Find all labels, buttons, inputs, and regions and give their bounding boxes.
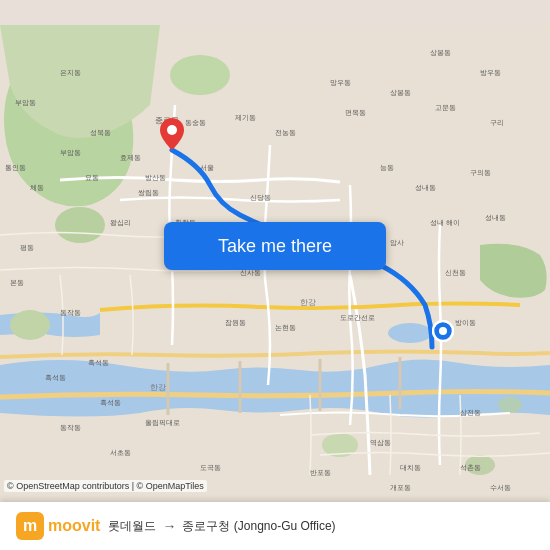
map-container: 종로구 서울 신당동 한강 한강 동작동 역삼동 삼전동 대치동 석촌동 개포동… (0, 0, 550, 550)
svg-text:부암동: 부암동 (15, 99, 36, 107)
svg-text:역삼동: 역삼동 (370, 439, 391, 447)
svg-text:쌍림동: 쌍림동 (138, 189, 159, 197)
svg-text:성내 해이: 성내 해이 (430, 219, 460, 226)
svg-text:방산동: 방산동 (145, 174, 166, 181)
svg-point-4 (10, 310, 50, 340)
svg-text:통인동: 통인동 (5, 164, 26, 172)
svg-text:한강: 한강 (300, 298, 316, 307)
svg-text:성내동: 성내동 (485, 214, 506, 221)
svg-point-2 (170, 55, 230, 95)
svg-text:묘동: 묘동 (85, 174, 99, 181)
svg-text:신당동: 신당동 (250, 194, 271, 201)
route-info: 롯데월드 → 종로구청 (Jongno-Gu Office) (108, 518, 534, 535)
svg-point-67 (439, 327, 447, 335)
svg-point-65 (167, 125, 177, 135)
route-arrow-icon: → (162, 518, 176, 534)
svg-text:신사동: 신사동 (240, 269, 261, 276)
svg-text:구의동: 구의동 (470, 169, 491, 176)
moovit-logo-icon: m (16, 512, 44, 540)
svg-text:흑석동: 흑석동 (88, 359, 109, 367)
svg-text:망우동: 망우동 (330, 79, 351, 86)
moovit-logo: m moovit (16, 512, 100, 540)
route-from-label: 롯데월드 (108, 518, 156, 535)
svg-text:체동: 체동 (30, 184, 44, 191)
svg-text:전농동: 전농동 (275, 129, 296, 136)
svg-text:성내동: 성내동 (415, 184, 436, 191)
moovit-name: moovit (48, 517, 100, 535)
svg-text:서초동: 서초동 (110, 449, 131, 456)
moovit-letter: m (23, 517, 37, 535)
svg-text:삼전동: 삼전동 (460, 409, 481, 417)
svg-text:동숭동: 동숭동 (185, 119, 206, 126)
svg-text:올림픽대로: 올림픽대로 (145, 419, 180, 427)
svg-text:능동: 능동 (380, 164, 394, 171)
svg-text:신천동: 신천동 (445, 269, 466, 276)
route-to-label: 종로구청 (Jongno-Gu Office) (182, 518, 335, 535)
svg-text:방이동: 방이동 (455, 319, 476, 326)
svg-text:본동: 본동 (10, 279, 24, 286)
svg-text:반포동: 반포동 (310, 469, 331, 476)
svg-text:수서동: 수서동 (490, 484, 511, 491)
svg-text:고문동: 고문동 (435, 104, 456, 111)
svg-text:왕십리: 왕십리 (110, 219, 131, 227)
destination-marker (432, 320, 452, 340)
bottom-bar: m moovit 롯데월드 → 종로구청 (Jongno-Gu Office) (0, 502, 550, 550)
svg-text:한강: 한강 (150, 383, 166, 392)
map-background: 종로구 서울 신당동 한강 한강 동작동 역삼동 삼전동 대치동 석촌동 개포동… (0, 0, 550, 550)
svg-text:부암동: 부암동 (60, 149, 81, 157)
svg-text:성북동: 성북동 (90, 129, 111, 137)
map-copyright: © OpenStreetMap contributors | © OpenMap… (4, 480, 207, 492)
svg-text:상봉동: 상봉동 (390, 89, 411, 97)
svg-text:석촌동: 석촌동 (460, 464, 481, 472)
svg-text:대치동: 대치동 (400, 464, 421, 471)
svg-point-7 (498, 397, 522, 413)
svg-text:제기동: 제기동 (235, 114, 256, 121)
svg-text:구리: 구리 (490, 119, 504, 126)
svg-text:동작동: 동작동 (60, 424, 81, 432)
svg-text:개포동: 개포동 (390, 484, 411, 491)
svg-text:면목동: 면목동 (345, 109, 366, 117)
svg-text:은지동: 은지동 (60, 69, 81, 76)
svg-text:방우동: 방우동 (480, 69, 501, 76)
svg-text:동작동: 동작동 (60, 309, 81, 317)
svg-text:흑석동: 흑석동 (45, 374, 66, 382)
svg-text:서울: 서울 (200, 164, 214, 171)
svg-text:상봉동: 상봉동 (430, 49, 451, 57)
svg-text:논현동: 논현동 (275, 324, 296, 331)
svg-text:효제동: 효제동 (120, 154, 141, 161)
svg-text:도로간선로: 도로간선로 (340, 314, 375, 321)
svg-point-1 (388, 323, 432, 343)
svg-text:암사: 암사 (390, 239, 404, 247)
svg-text:도곡동: 도곡동 (200, 464, 221, 472)
origin-marker (160, 118, 184, 146)
svg-point-3 (55, 207, 105, 243)
svg-text:흑석동: 흑석동 (100, 399, 121, 407)
svg-text:평동: 평동 (20, 244, 34, 251)
take-me-there-button[interactable]: Take me there (164, 222, 386, 270)
svg-text:잠원동: 잠원동 (225, 319, 246, 327)
